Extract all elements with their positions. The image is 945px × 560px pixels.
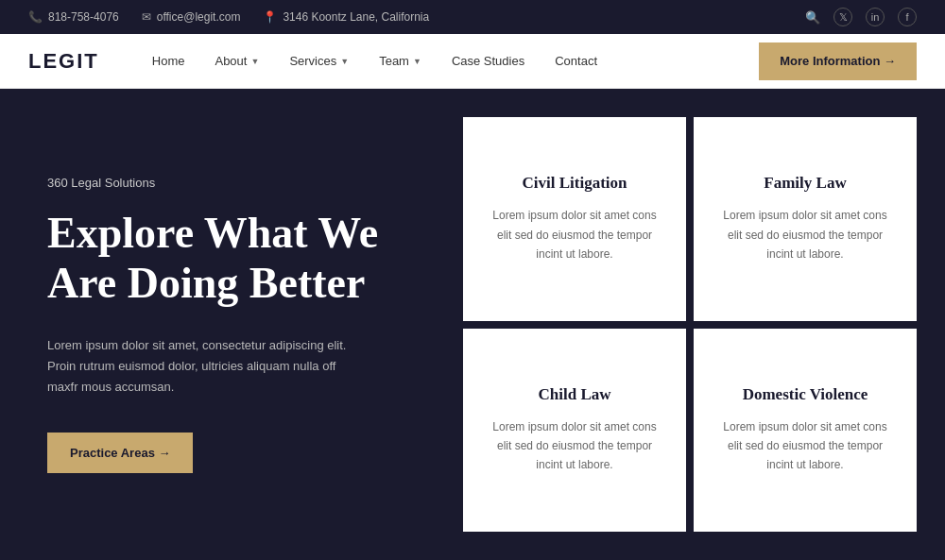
- email-item: ✉ office@legit.com: [142, 10, 241, 24]
- nav-links: Home About ▼ Services ▼ Team ▼ Case Stud…: [137, 34, 759, 89]
- services-chevron: ▼: [340, 57, 349, 66]
- hero-description: Lorem ipsum dolor sit amet, consectetur …: [47, 335, 369, 398]
- hero-left: 360 Legal Solutions Explore What We Are …: [0, 89, 454, 560]
- top-bar: 📞 818-758-4076 ✉ office@legit.com 📍 3146…: [0, 0, 945, 34]
- card-child-law: Child Law Lorem ipsum dolor sit amet con…: [463, 329, 686, 533]
- more-information-button[interactable]: More Information →: [759, 42, 917, 80]
- linkedin-icon[interactable]: in: [866, 8, 885, 26]
- nav-home[interactable]: Home: [137, 34, 200, 89]
- search-icon[interactable]: 🔍: [805, 10, 820, 25]
- card-title-domestic: Domestic Violence: [743, 385, 868, 404]
- hero-title: Explore What We Are Doing Better: [47, 209, 416, 309]
- top-bar-right: 🔍 𝕏 in f: [805, 8, 917, 26]
- address-item: 📍 3146 Koontz Lane, California: [263, 10, 429, 24]
- email-icon: ✉: [142, 10, 151, 24]
- nav-about[interactable]: About ▼: [199, 34, 274, 89]
- phone-item: 📞 818-758-4076: [28, 10, 119, 24]
- logo[interactable]: LEGIT: [28, 49, 99, 74]
- card-title-family: Family Law: [764, 174, 846, 193]
- card-domestic-violence: Domestic Violence Lorem ipsum dolor sit …: [694, 329, 917, 533]
- nav-case-studies[interactable]: Case Studies: [437, 34, 540, 89]
- hero-section: 360 Legal Solutions Explore What We Are …: [0, 89, 945, 560]
- card-desc-family: Lorem ipsum dolor sit amet cons elit sed…: [716, 206, 894, 263]
- top-bar-left: 📞 818-758-4076 ✉ office@legit.com 📍 3146…: [28, 10, 782, 24]
- facebook-icon[interactable]: f: [898, 8, 917, 26]
- card-family-law: Family Law Lorem ipsum dolor sit amet co…: [694, 117, 917, 321]
- nav-team[interactable]: Team ▼: [364, 34, 437, 89]
- about-chevron: ▼: [250, 57, 259, 66]
- navbar: LEGIT Home About ▼ Services ▼ Team ▼ Cas…: [0, 34, 945, 89]
- cards-grid: Civil Litigation Lorem ipsum dolor sit a…: [454, 89, 945, 560]
- phone-icon: 📞: [28, 10, 43, 24]
- phone-number: 818-758-4076: [48, 10, 119, 24]
- team-chevron: ▼: [413, 57, 421, 66]
- card-title-civil: Civil Litigation: [523, 174, 627, 193]
- hero-tag: 360 Legal Solutions: [47, 176, 416, 190]
- twitter-icon[interactable]: 𝕏: [833, 8, 852, 26]
- card-desc-civil: Lorem ipsum dolor sit amet cons elit sed…: [486, 206, 663, 263]
- card-title-child: Child Law: [539, 385, 611, 404]
- nav-contact[interactable]: Contact: [540, 34, 612, 89]
- address-text: 3146 Koontz Lane, California: [283, 10, 429, 24]
- card-desc-child: Lorem ipsum dolor sit amet cons elit sed…: [486, 417, 663, 475]
- card-civil-litigation: Civil Litigation Lorem ipsum dolor sit a…: [463, 117, 686, 321]
- email-address: office@legit.com: [157, 10, 241, 24]
- location-icon: 📍: [263, 10, 277, 24]
- card-desc-domestic: Lorem ipsum dolor sit amet cons elit sed…: [716, 417, 894, 475]
- nav-services[interactable]: Services ▼: [274, 34, 364, 89]
- practice-areas-button[interactable]: Practice Areas →: [47, 433, 193, 473]
